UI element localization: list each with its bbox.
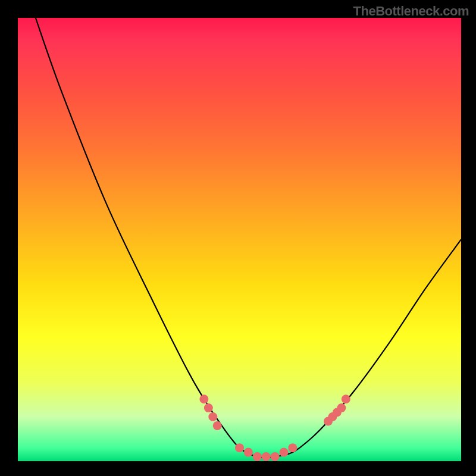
curve-group [36,18,461,458]
chart-svg [18,18,461,461]
highlight-dot [262,452,271,461]
highlight-dot [199,394,208,403]
highlight-dot [324,416,333,425]
chart-plot-area [18,18,461,461]
highlight-dot [253,452,262,461]
highlight-dot [328,412,337,421]
highlight-dot [288,443,297,452]
highlight-dot [204,403,213,412]
highlight-markers [199,394,350,461]
highlight-dot [235,443,244,452]
highlight-dot [280,448,289,457]
highlight-dot [213,421,222,430]
highlight-dot [244,448,253,457]
highlight-dot [342,394,350,403]
highlight-dot [208,412,217,421]
highlight-dot [271,452,280,461]
bottleneck-curve-line [36,18,461,458]
watermark-text: TheBottleneck.com [353,4,469,19]
highlight-dot [337,403,346,412]
highlight-dot [333,408,342,417]
